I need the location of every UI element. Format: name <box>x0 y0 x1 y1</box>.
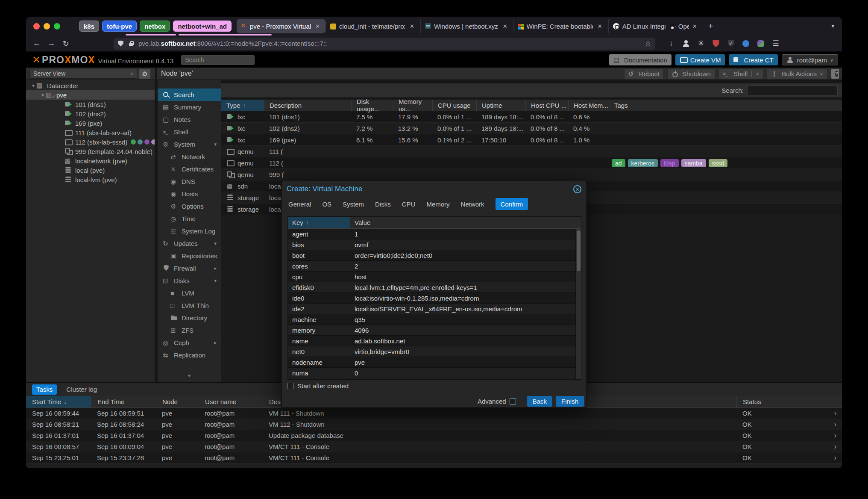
shell-button[interactable]: Shell∨ <box>718 68 763 79</box>
nav-item[interactable]: Updates ▾ <box>158 237 221 250</box>
task-row[interactable]: Sep 15 23:25:01 Sep 15 23:37:28 pve root… <box>26 452 842 464</box>
nav-item[interactable]: Directory <box>158 312 221 324</box>
tree-item[interactable]: 101 (dns1) <box>26 100 155 109</box>
bulk-actions-button[interactable]: Bulk Actions∨ <box>767 68 827 79</box>
tree-settings-gear-button[interactable]: ⚙ <box>139 69 150 79</box>
tree-item[interactable]: ▾ pve <box>26 90 155 100</box>
back-icon[interactable]: ← <box>29 39 44 48</box>
new-tab-button[interactable]: + <box>708 21 713 31</box>
tab-tasks[interactable]: Tasks <box>32 384 57 395</box>
task-expand-chevron-icon[interactable]: › <box>829 431 842 440</box>
server-view-select[interactable]: Server View ∨ <box>29 69 137 79</box>
column-header-type[interactable]: Type↑ <box>221 100 264 111</box>
column-header-disk-usage[interactable]: Disk usage... <box>351 100 393 111</box>
setting-row[interactable]: ide2 local:iso/SERVER_EVAL_x64FRE_en-us.… <box>288 304 576 314</box>
tree-item[interactable]: 112 (sbx-lab-sssd) <box>26 137 155 147</box>
extension-icon[interactable]: ✳ <box>696 39 706 48</box>
reload-icon[interactable]: ↻ <box>59 39 73 48</box>
tree-item[interactable]: 169 (pxe) <box>26 118 155 128</box>
url-bar[interactable]: pve.lab.softbox.net:8006/#v1:0:=node%2Fp… <box>114 38 655 50</box>
wizard-tab[interactable]: CPU <box>402 198 416 210</box>
browser-tab[interactable]: Windows | netboot.xyz ✕ <box>420 19 513 33</box>
extension-blue-icon[interactable] <box>741 39 751 48</box>
task-expand-chevron-icon[interactable]: › <box>829 442 842 451</box>
nav-item[interactable]: LVM <box>158 287 221 299</box>
tab-cluster-log[interactable]: Cluster log <box>62 384 101 395</box>
reboot-button[interactable]: Reboot <box>624 68 664 79</box>
column-header-user-name[interactable]: User name <box>199 396 263 407</box>
chevron-down-icon[interactable]: ∨ <box>756 71 759 77</box>
column-header-end-time[interactable]: End Time <box>91 396 156 407</box>
wizard-tab[interactable]: Disks <box>375 198 391 210</box>
setting-row[interactable]: name ad.lab.softbox.net <box>288 336 576 346</box>
ublock-icon[interactable] <box>711 39 721 48</box>
finish-button[interactable]: Finish <box>556 396 584 407</box>
nav-expand-icon[interactable]: ▾ <box>214 278 217 283</box>
close-tab-icon[interactable]: ✕ <box>314 22 322 30</box>
column-header-host-cpu[interactable]: Host CPU ... <box>525 100 568 111</box>
url-text[interactable]: pve.lab.softbox.net:8006/#v1:0:=node%2Fp… <box>138 40 645 47</box>
setting-row[interactable]: numa 0 <box>288 368 576 378</box>
nav-expand-icon[interactable]: ▾ <box>214 142 217 147</box>
table-row[interactable]: qemu 999 ( <box>221 169 842 180</box>
create-vm-button[interactable]: Create VM <box>675 54 725 65</box>
column-header-host-mem[interactable]: Host Mem... <box>568 100 609 111</box>
nav-expand-icon[interactable]: ▸ <box>214 266 217 271</box>
setting-row[interactable]: memory 4096 <box>288 325 576 336</box>
setting-row[interactable]: machine q35 <box>288 314 576 325</box>
browser-tab[interactable]: WinPE: Create bootable media | ✕ <box>513 19 608 33</box>
nav-item[interactable]: Notes <box>158 113 221 126</box>
advanced-checkbox[interactable] <box>510 398 516 405</box>
nav-expand-icon[interactable]: ▸ <box>214 340 217 345</box>
lock-icon[interactable] <box>128 40 135 47</box>
nav-item[interactable]: LVM-Thin <box>158 299 221 312</box>
wizard-tab[interactable]: OS <box>322 198 331 210</box>
tab-group-pill[interactable]: k8s <box>79 21 99 32</box>
nav-item[interactable]: Shell <box>158 126 221 138</box>
column-header-uptime[interactable]: Uptime <box>476 100 525 111</box>
task-row[interactable]: Sep 16 00:08:57 Sep 16 00:09:04 pve root… <box>26 441 842 452</box>
task-expand-chevron-icon[interactable]: › <box>829 420 842 429</box>
shutdown-button[interactable]: Shutdown <box>667 68 715 79</box>
wizard-tab[interactable]: Network <box>461 198 484 210</box>
task-row[interactable]: Sep 16 01:37:01 Sep 16 01:37:04 pve root… <box>26 430 842 441</box>
scrollbar-thumb[interactable] <box>577 230 581 271</box>
zoom-window-button[interactable] <box>54 23 60 30</box>
close-tab-icon[interactable]: ✕ <box>596 22 604 30</box>
nav-item[interactable]: Replication <box>158 349 221 361</box>
tab-group-pill[interactable]: netbox <box>140 21 170 32</box>
tree-caret-icon[interactable]: ▾ <box>40 92 46 98</box>
start-after-created-checkbox[interactable] <box>287 383 294 389</box>
table-row[interactable]: lxc 102 (dns2) 7.2 % 13.2 % 0.0% of 1 ..… <box>221 123 842 134</box>
close-tab-icon[interactable]: ✕ <box>501 22 509 30</box>
setting-row[interactable]: nodename pve <box>288 357 576 368</box>
nav-item[interactable]: Network <box>158 151 221 163</box>
table-row[interactable]: qemu 111 ( <box>221 146 842 157</box>
column-header-start-time[interactable]: Start Time↓ <box>26 396 91 407</box>
table-row[interactable]: qemu 112 ( <box>221 157 842 169</box>
dialog-title-bar[interactable]: Create: Virtual Machine ✕ <box>282 181 586 197</box>
nav-item[interactable]: ZFS <box>158 324 221 337</box>
tree-item[interactable]: local (pve) <box>26 165 155 175</box>
grid-scrollbar[interactable] <box>575 229 581 379</box>
browser-tab[interactable]: cloud_init - telmate/proxmox - C ✕ <box>326 19 420 33</box>
nav-item[interactable]: Search <box>158 89 221 101</box>
tracking-protection-shield-icon[interactable] <box>118 40 124 47</box>
menu-icon[interactable]: ☰ <box>771 39 780 48</box>
nav-item[interactable]: DNS <box>158 175 221 188</box>
nav-item[interactable]: Certificates <box>158 163 221 175</box>
tree-item[interactable]: local-lvm (pve) <box>26 175 155 184</box>
setting-row[interactable]: efidisk0 local-lvm:1,efitype=4m,pre-enro… <box>288 282 576 293</box>
global-search-input[interactable] <box>181 55 255 65</box>
ghostery-icon[interactable] <box>756 39 765 48</box>
column-header-status[interactable]: Status <box>736 396 829 407</box>
nav-item[interactable]: Repositories <box>158 250 221 262</box>
wizard-tab[interactable]: General <box>288 198 311 210</box>
setting-row[interactable]: cpu host <box>288 272 576 282</box>
back-button[interactable]: Back <box>527 396 552 407</box>
column-header-node[interactable]: Node <box>156 396 199 407</box>
help-button[interactable]: ?Help <box>831 68 839 79</box>
close-tab-icon[interactable]: ✕ <box>691 22 699 30</box>
nav-item[interactable]: System Log <box>158 225 221 237</box>
close-window-button[interactable] <box>33 23 40 30</box>
